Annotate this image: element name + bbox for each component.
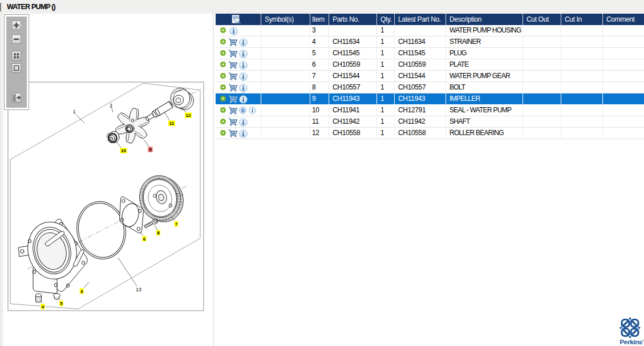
svg-text:4: 4 bbox=[42, 304, 44, 310]
svg-text:13: 13 bbox=[136, 287, 141, 292]
svg-text:5: 5 bbox=[60, 301, 63, 306]
svg-text:2: 2 bbox=[110, 103, 112, 108]
svg-text:8: 8 bbox=[157, 230, 160, 235]
svg-text:10: 10 bbox=[121, 148, 126, 153]
svg-text:11: 11 bbox=[169, 121, 175, 126]
svg-text:7: 7 bbox=[175, 222, 178, 227]
svg-text:1: 1 bbox=[73, 109, 76, 115]
svg-text:9: 9 bbox=[149, 147, 152, 152]
svg-text:6: 6 bbox=[143, 237, 146, 242]
svg-text:S: S bbox=[241, 107, 245, 113]
svg-text:Perkins®: Perkins® bbox=[620, 339, 644, 345]
svg-text:12: 12 bbox=[186, 113, 191, 118]
svg-text:3: 3 bbox=[80, 289, 83, 294]
